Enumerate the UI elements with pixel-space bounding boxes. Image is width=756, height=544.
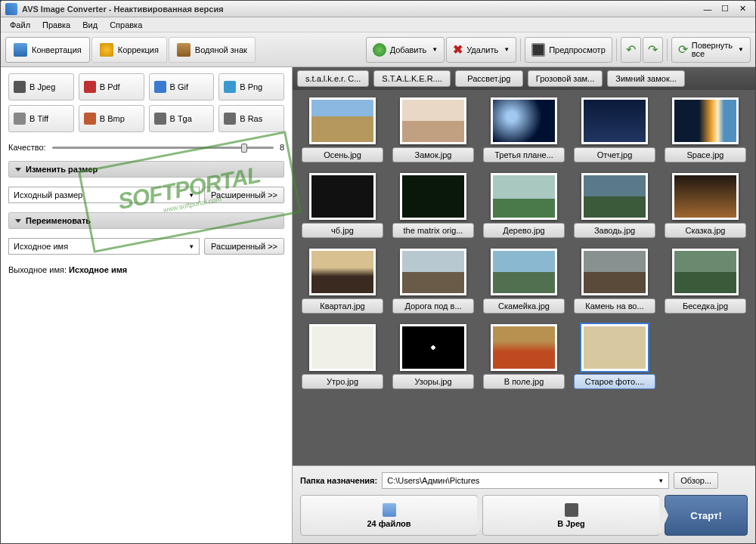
thumbnail-label: Узоры.jpg xyxy=(392,374,474,389)
thumbnail-item[interactable]: Утро.jpg xyxy=(302,324,383,389)
rename-select[interactable]: Исходное имя ▼ xyxy=(8,238,200,255)
convert-icon xyxy=(14,43,27,57)
section-rename[interactable]: Переименовать xyxy=(8,212,284,229)
column-header[interactable]: Зимний замок... xyxy=(607,70,685,87)
preview-icon xyxy=(531,43,545,57)
step-label: 24 файлов xyxy=(367,519,411,528)
column-header[interactable]: Грозовой зам... xyxy=(528,70,603,87)
btn-label: Предпросмотр xyxy=(549,45,606,54)
thumbnail-label: Квартал.jpg xyxy=(302,298,383,314)
sort-header-row: s.t.a.l.k.e.r. C...S.T.A.L.K.E.R....Расс… xyxy=(293,67,755,90)
dropdown-icon: ▼ xyxy=(432,46,438,53)
menu-edit[interactable]: Правка xyxy=(36,19,76,31)
ras-icon xyxy=(224,113,236,125)
column-header[interactable]: s.t.a.l.k.e.r. C... xyxy=(297,70,369,87)
thumbnail-image xyxy=(491,97,557,144)
thumbnail-label: the matrix orig... xyxy=(392,223,474,238)
add-button[interactable]: Добавить ▼ xyxy=(366,37,445,63)
thumbnail-item[interactable]: Квартал.jpg xyxy=(302,249,383,314)
thumbnail-item[interactable]: the matrix orig... xyxy=(392,173,474,238)
browse-button[interactable]: Обзор... xyxy=(674,472,718,489)
delete-button[interactable]: ✖ Удалить ▼ xyxy=(446,37,516,63)
thumbnail-image xyxy=(309,324,376,371)
thumbnail-item[interactable]: Дорога под в... xyxy=(392,249,474,314)
resize-advanced-button[interactable]: Расширенный >> xyxy=(204,187,284,203)
thumbnail-image xyxy=(581,173,648,220)
thumbnail-item[interactable]: Замок.jpg xyxy=(392,97,474,162)
dest-path-select[interactable]: C:\Users\Админ\Pictures ▼ xyxy=(382,472,669,489)
btn-label-1: Повернуть xyxy=(692,42,733,50)
btn-label: Удалить xyxy=(466,45,498,54)
tab-watermark[interactable]: Водяной знак xyxy=(169,37,256,63)
thumbnail-image xyxy=(309,249,376,295)
format-png[interactable]: В Png xyxy=(218,73,284,100)
rotate-right-icon: ↷ xyxy=(648,42,658,57)
thumbnail-item[interactable]: Узоры.jpg xyxy=(392,324,474,389)
output-name-value: Исходное имя xyxy=(69,265,127,274)
thumbnail-item[interactable]: Дерево.jpg xyxy=(483,173,565,238)
right-panel: s.t.a.l.k.e.r. C...S.T.A.L.K.E.R....Расс… xyxy=(293,67,755,543)
chevron-down-icon xyxy=(15,168,21,172)
format-tiff[interactable]: В Tiff xyxy=(8,105,74,132)
column-header[interactable]: Рассвет.jpg xyxy=(455,70,523,87)
thumbnail-item[interactable]: Камень на во... xyxy=(574,249,655,314)
rotate-right-button[interactable]: ↷ xyxy=(643,37,663,63)
bmp-icon xyxy=(84,113,96,125)
thumbnail-image xyxy=(400,324,466,371)
thumbnail-item[interactable]: Отчет.jpg xyxy=(574,97,655,162)
thumbnail-item[interactable]: Заводь.jpg xyxy=(574,173,655,238)
thumbnail-item[interactable]: Старое фото.... xyxy=(574,324,655,389)
add-icon xyxy=(373,43,386,57)
thumbnail-image xyxy=(400,249,466,295)
resize-select[interactable]: Исходный размер ▼ xyxy=(8,187,200,203)
app-icon xyxy=(5,3,17,15)
menu-help[interactable]: Справка xyxy=(104,19,148,31)
menu-file[interactable]: Файл xyxy=(4,19,36,31)
format-tga[interactable]: В Tga xyxy=(149,105,215,132)
pdf-icon xyxy=(84,81,96,93)
dest-label: Папка назначения: xyxy=(300,476,377,485)
thumbnail-image xyxy=(491,249,557,295)
tab-correction[interactable]: Коррекция xyxy=(91,37,167,63)
maximize-button[interactable]: ☐ xyxy=(717,3,733,15)
dropdown-icon: ▼ xyxy=(738,46,744,53)
thumbnail-item[interactable]: Третья плане... xyxy=(483,97,565,162)
thumbnail-item[interactable]: Беседка.jpg xyxy=(665,249,746,314)
minimize-button[interactable]: — xyxy=(699,3,716,15)
thumbnail-item[interactable]: Скамейка.jpg xyxy=(483,249,565,314)
thumbnail-item[interactable]: чб.jpg xyxy=(302,173,383,238)
thumbnail-image xyxy=(400,173,466,220)
thumbnail-area[interactable]: Осень.jpgЗамок.jpgТретья плане...Отчет.j… xyxy=(293,90,755,465)
thumbnail-image xyxy=(309,97,376,144)
left-panel: В Jpeg В Pdf В Gif В Png В Tiff В Bmp В … xyxy=(1,67,293,543)
column-header[interactable]: S.T.A.L.K.E.R.... xyxy=(373,70,450,87)
format-pdf[interactable]: В Pdf xyxy=(79,73,144,100)
rotate-left-button[interactable]: ↶ xyxy=(621,37,641,63)
bottom-bar: Папка назначения: C:\Users\Админ\Picture… xyxy=(293,465,755,543)
rename-advanced-button[interactable]: Расширенный >> xyxy=(204,238,284,255)
footer-step-files[interactable]: 24 файлов xyxy=(300,495,478,536)
format-gif[interactable]: В Gif xyxy=(149,73,215,100)
thumbnail-item[interactable]: Space.jpg xyxy=(665,97,746,162)
format-ras[interactable]: В Ras xyxy=(218,105,284,132)
thumbnail-label: Беседка.jpg xyxy=(665,298,746,314)
section-resize[interactable]: Изменить размер xyxy=(8,161,284,178)
rotate-all-button[interactable]: ⟳ Повернуть все ▼ xyxy=(671,37,751,63)
quality-slider[interactable] xyxy=(52,147,274,149)
thumbnail-item[interactable]: Сказка.jpg xyxy=(665,173,746,238)
quality-label: Качество: xyxy=(8,143,46,152)
menu-view[interactable]: Вид xyxy=(76,19,104,31)
close-button[interactable]: ✕ xyxy=(734,3,751,15)
format-jpeg[interactable]: В Jpeg xyxy=(8,73,74,100)
tab-conversion[interactable]: Конвертация xyxy=(5,37,90,63)
rotate-left-icon: ↶ xyxy=(626,42,636,57)
start-button[interactable]: Старт! xyxy=(665,495,748,536)
thumbnail-item[interactable]: Осень.jpg xyxy=(302,97,383,162)
btn-label-2: все xyxy=(692,50,733,58)
format-bmp[interactable]: В Bmp xyxy=(79,105,144,132)
main-toolbar: Конвертация Коррекция Водяной знак Добав… xyxy=(1,32,755,67)
tab-label: Водяной знак xyxy=(195,45,247,54)
preview-button[interactable]: Предпросмотр xyxy=(525,37,612,63)
thumbnail-item[interactable]: В поле.jpg xyxy=(483,324,565,389)
footer-step-format[interactable]: В Jpeg xyxy=(482,495,660,536)
